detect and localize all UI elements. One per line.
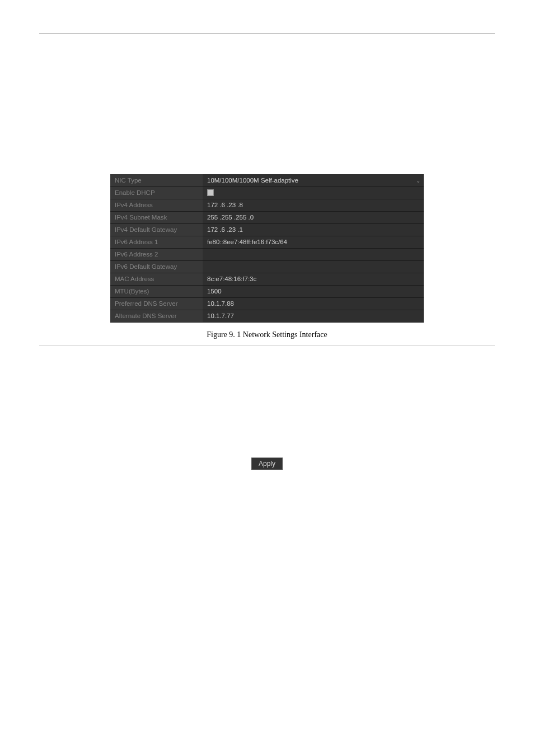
setting-value[interactable]: 172 .6 .23 .8 (203, 199, 424, 211)
apply-button[interactable]: Apply (251, 458, 283, 470)
caption-rule (39, 345, 495, 346)
settings-row: NIC Type10M/100M/1000M Self-adaptive⌄ (110, 174, 424, 186)
settings-row: Alternate DNS Server10.1.7.77 (110, 310, 424, 322)
settings-row: MTU(Bytes)1500 (110, 285, 424, 297)
setting-label: IPv4 Subnet Mask (110, 211, 203, 223)
setting-label: IPv4 Default Gateway (110, 223, 203, 236)
chevron-down-icon[interactable]: ⌄ (416, 177, 420, 183)
settings-row: IPv4 Subnet Mask255 .255 .255 .0 (110, 211, 424, 223)
setting-value[interactable]: 10.1.7.77 (203, 310, 424, 322)
figure-caption: Figure 9. 1 Network Settings Interface (50, 330, 484, 339)
settings-row: IPv6 Address 2 (110, 248, 424, 260)
settings-row: IPv6 Default Gateway (110, 260, 424, 273)
setting-value[interactable]: 1500 (203, 285, 424, 297)
setting-label: IPv6 Default Gateway (110, 260, 203, 273)
settings-row: IPv4 Address172 .6 .23 .8 (110, 199, 424, 211)
setting-value[interactable]: 10M/100M/1000M Self-adaptive⌄ (203, 174, 424, 186)
settings-row: Enable DHCP (110, 186, 424, 199)
setting-value[interactable]: 255 .255 .255 .0 (203, 211, 424, 223)
setting-value[interactable]: 10.1.7.88 (203, 297, 424, 310)
setting-value[interactable]: fe80::8ee7:48ff:fe16:f73c/64 (203, 236, 424, 248)
setting-label: IPv4 Address (110, 199, 203, 211)
network-settings-table: NIC Type10M/100M/1000M Self-adaptive⌄Ena… (110, 174, 424, 323)
page-content: NIC Type10M/100M/1000M Self-adaptive⌄Ena… (0, 34, 534, 339)
setting-label: IPv6 Address 1 (110, 236, 203, 248)
setting-label: Enable DHCP (110, 186, 203, 199)
setting-label: IPv6 Address 2 (110, 248, 203, 260)
settings-row: Preferred DNS Server10.1.7.88 (110, 297, 424, 310)
setting-label: MAC Address (110, 273, 203, 285)
settings-row: MAC Address8c:e7:48:16:f7:3c (110, 273, 424, 285)
dhcp-checkbox[interactable] (207, 189, 214, 196)
setting-label: MTU(Bytes) (110, 285, 203, 297)
setting-value[interactable] (203, 248, 424, 260)
setting-label: NIC Type (110, 174, 203, 186)
settings-row: IPv6 Address 1fe80::8ee7:48ff:fe16:f73c/… (110, 236, 424, 248)
setting-label: Alternate DNS Server (110, 310, 203, 322)
setting-value[interactable]: 8c:e7:48:16:f7:3c (203, 273, 424, 285)
settings-row: IPv4 Default Gateway172 .6 .23 .1 (110, 223, 424, 236)
setting-value[interactable] (203, 186, 424, 199)
setting-value[interactable] (203, 260, 424, 273)
setting-value[interactable]: 172 .6 .23 .1 (203, 223, 424, 236)
setting-label: Preferred DNS Server (110, 297, 203, 310)
